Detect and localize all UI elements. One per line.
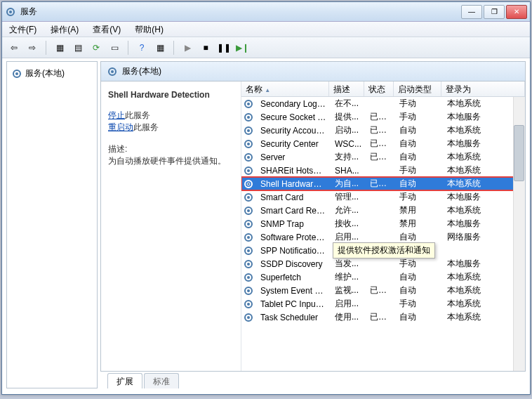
pause-button[interactable]: ❚❚	[216, 40, 232, 55]
svg-point-13	[247, 143, 250, 145]
refresh-button[interactable]: ⟳	[88, 40, 104, 55]
stop-link[interactable]: 停止	[108, 110, 125, 120]
col-header-start[interactable]: 启动类型	[394, 81, 441, 96]
menubar: 文件(F) 操作(A) 查看(V) 帮助(H)	[2, 22, 530, 37]
tree-pane[interactable]: 服务(本地)	[6, 61, 98, 388]
tab-extended[interactable]: 扩展	[107, 373, 142, 388]
show-hide-tree-button[interactable]: ▦	[52, 40, 67, 55]
scrollbar[interactable]	[513, 97, 525, 371]
tree-node-services-local[interactable]: 服务(本地)	[10, 66, 94, 81]
gear-icon	[243, 165, 254, 176]
cell-status: 已启动	[366, 124, 395, 136]
cell-start: 自动	[395, 284, 443, 296]
table-row[interactable]: Security Account...启动...已启动自动本地系统	[241, 124, 525, 137]
minimize-button[interactable]: —	[461, 5, 482, 19]
tab-standard[interactable]: 标准	[144, 373, 179, 388]
scroll-thumb[interactable]	[514, 125, 524, 181]
svg-point-9	[247, 116, 250, 119]
cell-desc: 管理...	[331, 191, 366, 203]
cell-start: 禁用	[395, 218, 443, 230]
list-rows[interactable]: Secondary Logon在不...手动本地系统Secure Socket …	[241, 97, 525, 371]
services-window: 服务 — ❐ ✕ 文件(F) 操作(A) 查看(V) 帮助(H) ⇦ ⇨ ▦ ▤…	[1, 1, 531, 395]
cell-name: SPP Notification ...	[256, 246, 331, 256]
stop-button[interactable]: ■	[198, 40, 213, 55]
col-header-login[interactable]: 登录为	[441, 81, 525, 96]
gear-icon	[243, 312, 254, 323]
forward-button[interactable]: ⇨	[25, 40, 40, 55]
cell-status: 已启动	[366, 178, 395, 190]
gear-icon	[243, 152, 254, 163]
gear-icon	[243, 232, 254, 243]
menu-action[interactable]: 操作(A)	[44, 22, 86, 37]
restart-button[interactable]: ▶❙	[234, 40, 250, 55]
table-row[interactable]: SPP Notification ...	[241, 244, 525, 257]
table-row[interactable]: Security CenterWSC...已启动自动本地服务	[241, 137, 525, 150]
table-row[interactable]: Tablet PC Input ...启用...手动本地系统	[241, 297, 525, 310]
titlebar[interactable]: 服务 — ❐ ✕	[2, 2, 530, 22]
tree-node-label: 服务(本地)	[25, 67, 65, 79]
back-button[interactable]: ⇦	[6, 40, 22, 55]
cell-name: Secondary Logon	[256, 99, 331, 109]
properties-button[interactable]: ▭	[107, 40, 122, 55]
cell-desc: 支持...	[331, 151, 366, 163]
table-row[interactable]: Secondary Logon在不...手动本地系统	[241, 97, 525, 110]
menu-help[interactable]: 帮助(H)	[128, 22, 171, 37]
gear-icon	[243, 285, 254, 296]
maximize-button[interactable]: ❐	[484, 5, 505, 19]
cell-start: 手动	[395, 111, 443, 123]
export-list-button[interactable]: ▤	[70, 40, 86, 55]
table-row[interactable]: Smart Card Rem...允许...禁用本地系统	[241, 204, 525, 217]
table-row[interactable]: Secure Socket T...提供...已启动手动本地服务	[241, 110, 525, 124]
svg-point-35	[247, 289, 250, 292]
close-button[interactable]: ✕	[506, 5, 527, 19]
cell-name: Software Protect...	[256, 233, 331, 242]
restart-link[interactable]: 重启动	[108, 122, 133, 132]
cell-start: 自动	[395, 311, 443, 323]
cell-start: 禁用	[395, 204, 443, 216]
cell-desc: 启动...	[331, 124, 366, 136]
gear-icon	[107, 66, 118, 77]
table-row[interactable]: Server支持...已启动自动本地系统	[241, 150, 525, 164]
col-header-desc[interactable]: 描述	[329, 81, 364, 96]
svg-point-23	[247, 209, 250, 212]
services-icon	[5, 6, 16, 18]
table-row[interactable]: Superfetch维护...自动本地系统	[241, 270, 525, 284]
gear-icon	[243, 205, 254, 216]
start-button[interactable]: ▶	[180, 40, 195, 55]
help-button[interactable]: ?	[134, 40, 149, 55]
col-header-status[interactable]: 状态	[364, 81, 394, 96]
options-button[interactable]: ▦	[152, 40, 168, 55]
table-row[interactable]: SNMP Trap接收...禁用本地服务	[241, 217, 525, 230]
svg-point-21	[247, 196, 250, 199]
cell-desc: 启用...	[331, 231, 366, 243]
table-row[interactable]: Shell Hardware ...为自...已启动自动本地系统	[241, 177, 525, 190]
gear-icon	[243, 112, 254, 123]
list-header: 名称 ▲ 描述 状态 启动类型 登录为	[241, 81, 525, 97]
gear-icon	[243, 272, 254, 283]
table-row[interactable]: SSDP Discovery当发...手动本地服务	[241, 257, 525, 270]
cell-start: 自动	[395, 178, 443, 190]
service-list: 名称 ▲ 描述 状态 启动类型 登录为 Secondary Logon在不...…	[241, 81, 525, 371]
cell-start: 自动	[395, 124, 443, 136]
menu-file[interactable]: 文件(F)	[2, 22, 44, 37]
content-pane: 服务(本地) Shell Hardware Detection 停止此服务 重启…	[100, 61, 526, 388]
gear-icon	[243, 245, 254, 256]
table-row[interactable]: System Event N...监视...已启动自动本地系统	[241, 284, 525, 297]
cell-desc: 在不...	[331, 98, 366, 110]
table-row[interactable]: Task Scheduler使用...已启动自动本地系统	[241, 310, 525, 324]
table-row[interactable]: Software Protect...启用...自动网络服务	[241, 230, 525, 244]
table-row[interactable]: Smart Card管理...手动本地服务	[241, 190, 525, 204]
cell-desc: 维护...	[331, 271, 366, 283]
table-row[interactable]: SHAREit Hotspot...SHA...手动本地系统	[241, 164, 525, 177]
cell-desc: SHA...	[331, 166, 366, 176]
cell-desc: 为自...	[331, 178, 366, 190]
cell-status: 已启动	[366, 138, 395, 150]
gear-icon	[243, 218, 254, 230]
svg-point-25	[247, 223, 250, 225]
cell-name: Tablet PC Input ...	[256, 299, 331, 309]
svg-point-7	[247, 103, 250, 105]
cell-start: 自动	[395, 151, 443, 163]
col-header-name[interactable]: 名称 ▲	[241, 81, 329, 96]
svg-point-5	[111, 70, 114, 73]
menu-view[interactable]: 查看(V)	[86, 22, 128, 37]
